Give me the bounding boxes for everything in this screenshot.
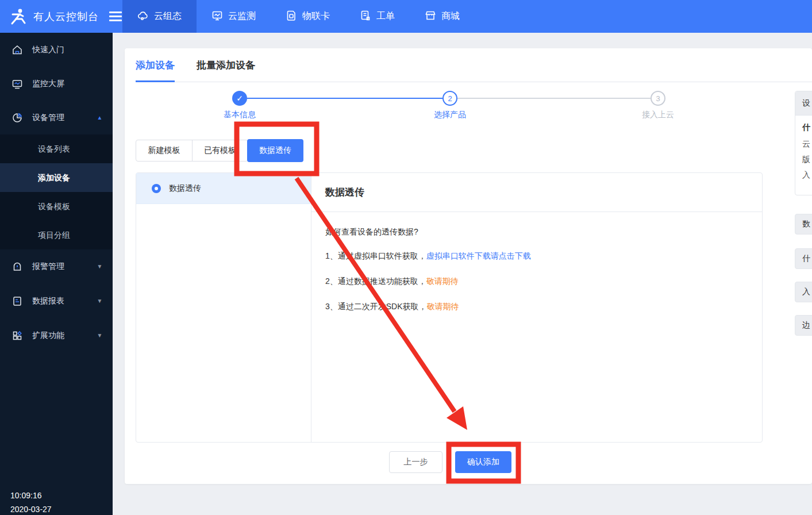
report-icon xyxy=(11,295,23,307)
sidebar-item-device-template[interactable]: 设备模板 xyxy=(0,192,113,221)
sidebar-clock-date: 2020-03-27 xyxy=(10,505,52,514)
step-connector-2-3 xyxy=(457,98,651,99)
step-3-label: 接入上云 xyxy=(624,110,692,120)
tab-add-device[interactable]: 添加设备 xyxy=(136,48,175,82)
template-segment-group: 新建模板 已有模板 xyxy=(136,140,248,162)
chevron-down-icon: ▼ xyxy=(97,333,103,339)
step-2-circle: 2 xyxy=(442,91,457,106)
top-nav: 云组态 云监测 物联卡 xyxy=(122,0,475,33)
detail-item-1: 1、通过虚拟串口软件获取，虚拟串口软件下载请点击下载 xyxy=(325,251,748,262)
radio-selected-icon[interactable] xyxy=(152,184,161,193)
sidebar-item-device-management[interactable]: 设备管理 ▲ xyxy=(0,101,113,134)
sim-card-icon xyxy=(286,10,297,24)
sidebar-clock-time: 10:09:16 xyxy=(10,491,42,500)
chevron-down-icon: ▼ xyxy=(97,264,103,270)
monitor-chart-icon xyxy=(211,10,223,24)
step-3-circle: 3 xyxy=(651,91,665,106)
alarm-bell-icon xyxy=(11,261,23,272)
work-order-icon xyxy=(360,10,371,24)
step-connector-1-2 xyxy=(247,98,442,99)
nav-item-cloud-scada[interactable]: 云组态 xyxy=(122,0,197,33)
detail-title: 数据透传 xyxy=(311,173,762,212)
help-line: 入 xyxy=(802,170,812,180)
logo-block[interactable]: 有人云控制台 xyxy=(0,0,113,33)
pie-chart-icon xyxy=(11,112,23,124)
help-line: 版 xyxy=(802,155,812,165)
chevron-up-icon: ▲ xyxy=(97,114,103,121)
option-row-data-passthrough[interactable]: 数据透传 xyxy=(136,173,311,204)
sidebar-item-data-report[interactable]: 数据报表 ▼ xyxy=(0,284,113,318)
sidebar-item-device-list[interactable]: 设备列表 xyxy=(0,134,113,163)
confirm-add-button[interactable]: 确认添加 xyxy=(455,451,511,473)
hamburger-menu-icon[interactable] xyxy=(109,11,122,21)
step-2-label: 选择产品 xyxy=(415,110,484,120)
sidebar-item-quick-start[interactable]: 快速入门 xyxy=(0,33,113,67)
main-content-card: 添加设备 批量添加设备 ✓ 2 3 基本信息 选择产品 接入上云 新建模板 已有… xyxy=(125,48,812,484)
sidebar-item-extensions[interactable]: 扩展功能 ▼ xyxy=(0,318,113,353)
step-1-circle: ✓ xyxy=(232,91,247,106)
tab-batch-add-device[interactable]: 批量添加设备 xyxy=(197,48,255,82)
sidebar-item-project-group[interactable]: 项目分组 xyxy=(0,221,113,249)
home-icon xyxy=(11,44,23,56)
help-line: 云 xyxy=(802,139,812,149)
help-panel-box: 设 什 云 版 入 xyxy=(795,91,812,195)
help-line: 什 xyxy=(802,122,812,133)
previous-step-button[interactable]: 上一步 xyxy=(389,451,442,473)
store-icon xyxy=(425,10,436,24)
sidebar-item-monitor-screen[interactable]: 监控大屏 xyxy=(0,67,113,101)
step-1-label: 基本信息 xyxy=(205,110,274,120)
passthrough-panel: 数据透传 数据透传 如何查看设备的透传数据? 1、通过虚拟串口软件获取，虚拟串口… xyxy=(136,172,763,443)
help-chip-3[interactable]: 入 xyxy=(795,282,812,302)
sidebar-item-add-device[interactable]: 添加设备 xyxy=(0,163,113,192)
app-title: 有人云控制台 xyxy=(33,10,99,24)
coming-soon-label: 敬请期待 xyxy=(426,276,459,286)
detail-item-3: 3、通过二次开发SDK获取，敬请期待 xyxy=(325,302,748,312)
sidebar: 快速入门 监控大屏 设备管理 ▲ 设备列表 添加设备 设备模板 项目分组 xyxy=(0,33,113,515)
download-link[interactable]: 虚拟串口软件下载请点击下载 xyxy=(426,251,531,260)
nav-item-cloud-monitor[interactable]: 云监测 xyxy=(197,0,271,33)
usr-logo-icon xyxy=(8,7,28,26)
screen-icon xyxy=(11,78,23,90)
option-list: 数据透传 xyxy=(136,173,311,442)
detail-item-2: 2、通过数据推送功能获取，敬请期待 xyxy=(325,276,748,287)
cloud-icon xyxy=(137,10,149,24)
help-chip-4[interactable]: 边 xyxy=(795,315,812,336)
coming-soon-label: 敬请期待 xyxy=(427,302,459,311)
segment-new-template[interactable]: 新建模板 xyxy=(136,140,192,161)
top-header: 有人云控制台 云组态 云监测 xyxy=(0,0,812,33)
device-management-submenu: 设备列表 添加设备 设备模板 项目分组 xyxy=(0,134,113,249)
grid-icon xyxy=(11,330,23,341)
help-chip-1[interactable]: 数 xyxy=(795,214,812,235)
sidebar-item-alarm-management[interactable]: 报警管理 ▼ xyxy=(0,249,113,284)
segment-existing-template[interactable]: 已有模板 xyxy=(192,140,248,161)
segment-data-passthrough[interactable]: 数据透传 xyxy=(247,139,303,162)
help-panel-header[interactable]: 设 xyxy=(795,91,812,116)
check-icon: ✓ xyxy=(236,94,243,103)
help-chip-2[interactable]: 什 xyxy=(795,248,812,269)
nav-item-iot-card[interactable]: 物联卡 xyxy=(271,0,345,33)
nav-item-mall[interactable]: 商城 xyxy=(410,0,475,33)
detail-question: 如何查看设备的透传数据? xyxy=(325,227,748,237)
page-tabs: 添加设备 批量添加设备 xyxy=(136,48,812,82)
detail-pane: 数据透传 如何查看设备的透传数据? 1、通过虚拟串口软件获取，虚拟串口软件下载请… xyxy=(311,173,762,442)
nav-item-work-order[interactable]: 工单 xyxy=(345,0,410,33)
chevron-down-icon: ▼ xyxy=(97,298,103,305)
